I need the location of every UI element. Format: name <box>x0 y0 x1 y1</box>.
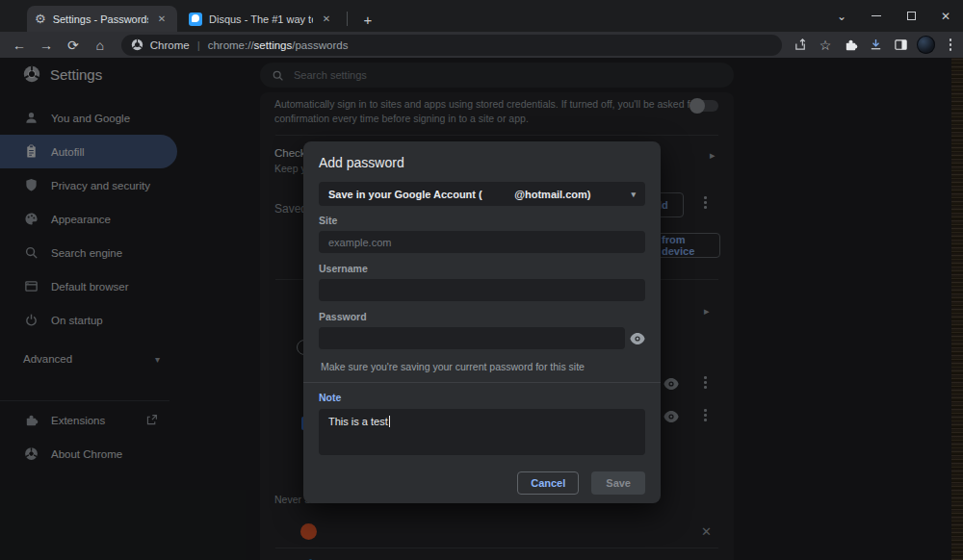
url-host: settings <box>254 39 293 51</box>
password-label: Password <box>319 311 645 323</box>
save-button[interactable]: Save <box>591 471 645 495</box>
address-bar[interactable]: Chrome | chrome:// settings /passwords <box>121 35 782 56</box>
browser-toolbar: ← → ⟳ ⌂ Chrome | chrome:// settings /pas… <box>0 32 963 58</box>
url-scheme: chrome:// <box>208 39 254 51</box>
chevron-down-icon[interactable]: ⌄ <box>824 0 859 32</box>
chevron-down-icon: ▾ <box>631 190 636 199</box>
forward-icon[interactable]: → <box>35 34 58 57</box>
site-label: Site <box>319 215 645 227</box>
tab-title: Settings - Passwords <box>53 13 148 25</box>
text-cursor <box>389 416 390 427</box>
tab-strip: ⚙ Settings - Passwords ✕ Disqus - The #1… <box>0 0 963 32</box>
site-input[interactable] <box>319 231 645 253</box>
account-select-left: Save in your Google Account ( <box>328 189 482 200</box>
dialog-divider <box>303 382 661 383</box>
share-icon[interactable] <box>788 34 813 57</box>
tab-close-icon[interactable]: ✕ <box>154 12 169 27</box>
password-input[interactable] <box>319 327 625 349</box>
browser-window: ⚙ Settings - Passwords ✕ Disqus - The #1… <box>0 0 963 560</box>
reload-icon[interactable]: ⟳ <box>62 34 85 57</box>
add-password-dialog: Add password Save in your Google Account… <box>303 141 661 503</box>
url-separator: | <box>197 39 200 51</box>
tab-close-icon[interactable]: ✕ <box>319 12 334 27</box>
close-button[interactable]: ✕ <box>928 0 963 32</box>
site-name: Chrome <box>150 39 190 51</box>
menu-kebab-icon[interactable] <box>938 34 963 57</box>
tab-separator <box>347 12 348 26</box>
account-select-right: @hotmail.com) <box>514 189 590 200</box>
side-panel-icon[interactable] <box>888 34 913 57</box>
extensions-puzzle-icon[interactable] <box>838 34 863 57</box>
username-input[interactable] <box>319 279 645 301</box>
tab-title: Disqus - The #1 way to build an a <box>209 13 313 25</box>
show-password-eye-icon[interactable] <box>630 333 645 344</box>
desktop-wallpaper-edge <box>951 58 963 560</box>
account-select[interactable]: Save in your Google Account ( @hotmail.c… <box>319 182 645 206</box>
back-icon[interactable]: ← <box>8 34 31 57</box>
dialog-title: Add password <box>319 155 645 171</box>
profile-avatar[interactable] <box>913 34 938 57</box>
url-path: /passwords <box>292 39 348 51</box>
tab-disqus[interactable]: Disqus - The #1 way to build an a ✕ <box>181 6 342 32</box>
minimize-button[interactable] <box>859 0 894 32</box>
new-tab-button[interactable]: + <box>356 8 379 31</box>
username-label: Username <box>319 263 645 275</box>
window-controls: ⌄ ✕ <box>824 0 963 32</box>
home-icon[interactable]: ⌂ <box>89 34 112 57</box>
tab-settings[interactable]: ⚙ Settings - Passwords ✕ <box>27 6 177 32</box>
note-textarea[interactable]: This is a test <box>319 409 645 455</box>
note-label: Note <box>319 392 645 404</box>
download-icon[interactable] <box>863 34 888 57</box>
maximize-button[interactable] <box>894 0 928 32</box>
password-helper-text: Make sure you're saving your current pas… <box>319 361 645 373</box>
note-value: This is a test <box>328 416 388 427</box>
cancel-button[interactable]: Cancel <box>517 471 579 495</box>
bookmark-star-icon[interactable]: ☆ <box>813 34 838 57</box>
disqus-favicon-icon <box>189 13 202 26</box>
settings-page: Settings You and Google Autofill <box>0 58 951 560</box>
chrome-logo-icon <box>131 38 143 51</box>
gear-favicon-icon: ⚙ <box>35 13 46 25</box>
